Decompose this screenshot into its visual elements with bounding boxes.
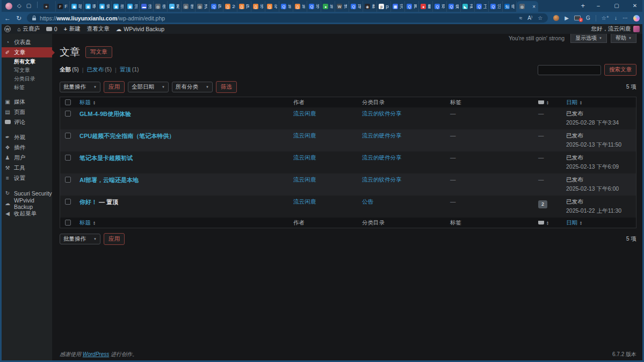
browser-tab[interactable]: Q城 (279, 1, 293, 12)
site-name-menu[interactable]: ⌂云鹿庐 (17, 25, 40, 33)
sidebar-item-tools[interactable]: ⚒工具 (0, 163, 52, 173)
bulk-actions-select-bottom[interactable]: 批量操作▼ (60, 234, 100, 244)
browser-tab[interactable]: ▦完 (391, 1, 405, 12)
browser-tab[interactable]: ppic (377, 1, 391, 12)
row-checkbox[interactable] (65, 133, 71, 139)
author-link[interactable]: 流云闲鹿 (293, 110, 316, 117)
bulk-actions-select[interactable]: 批量操作▼ (60, 82, 100, 92)
sidebar-subitem[interactable]: 标签 (0, 83, 52, 92)
row-checkbox[interactable] (65, 155, 71, 161)
view-all-link[interactable]: 全部(5) (60, 66, 79, 74)
extension-g-icon[interactable]: G (586, 15, 590, 21)
browser-essentials-icon[interactable]: ≈ (519, 15, 523, 21)
screenshot-extension-icon[interactable]: 2 (574, 16, 581, 20)
browser-tab[interactable]: ◍页 (196, 1, 209, 12)
browser-tab[interactable]: Q瑞 (349, 1, 363, 12)
row-checkbox[interactable] (65, 111, 71, 117)
browser-tab[interactable]: Q双 (433, 1, 447, 12)
browser-tab[interactable]: ▣挪 (112, 1, 126, 12)
close-button[interactable]: ✕ (626, 0, 644, 12)
browser-tab[interactable]: ◍凿 (182, 1, 196, 12)
favorite-star-icon[interactable]: ☆ (538, 15, 542, 21)
browser-tab[interactable]: ◍微 (154, 1, 168, 12)
apply-button[interactable]: 应用 (104, 81, 125, 93)
browser-tab[interactable]: ✦ (42, 1, 56, 12)
refresh-icon[interactable]: ↻ (16, 15, 21, 22)
sidebar-item-pages[interactable]: ▤页面 (0, 107, 52, 117)
view-sticky-link[interactable]: 置顶(1) (120, 66, 139, 74)
browser-tab[interactable]: ▣漂 (126, 1, 140, 12)
row-checkbox[interactable] (65, 199, 71, 205)
collections-icon[interactable]: ☆⁺ (602, 15, 609, 21)
screen-options-tab[interactable]: 显示选项▼ (570, 34, 607, 43)
post-title-link[interactable]: GLM-4-9B使用体验 (79, 111, 131, 117)
browser-tab[interactable]: Q注 (489, 1, 503, 12)
browser-tab[interactable]: ▣喵 (70, 1, 84, 12)
column-date[interactable]: 日期▲▼ (562, 99, 636, 106)
browser-tab[interactable]: {}埃 (251, 1, 265, 12)
apply-button-bottom[interactable]: 应用 (104, 233, 125, 245)
author-link[interactable]: 流云闲鹿 (293, 198, 316, 205)
browser-tab[interactable]: Q卫 (475, 1, 489, 12)
browser-tab[interactable]: ◣高 (461, 1, 475, 12)
comment-count-badge[interactable]: 2 (538, 200, 547, 208)
browser-tab[interactable]: FFat (56, 1, 70, 12)
sidebar-item-plugins[interactable]: ❖插件 (0, 142, 52, 153)
post-title-link[interactable]: 笔记本显卡超频初试 (79, 155, 133, 161)
search-posts-input[interactable] (538, 65, 601, 75)
post-title-link[interactable]: CPU超频不完全指南（笔记本特供） (79, 133, 175, 139)
search-posts-button[interactable]: 搜索文章 (604, 64, 636, 76)
browser-tab[interactable]: {}阿 (237, 1, 251, 12)
new-tab-button[interactable]: + (576, 0, 589, 12)
post-title-link[interactable]: AI部署，云端还是本地 (79, 177, 139, 183)
row-checkbox[interactable] (65, 177, 71, 183)
help-tab[interactable]: 帮助▼ (611, 34, 636, 43)
add-new-post-button[interactable]: 写文章 (85, 46, 112, 58)
wp-logo-menu[interactable]: W (4, 26, 11, 32)
sidebar-item-appearance[interactable]: ✒外观 (0, 132, 52, 142)
browser-tab[interactable]: ☁彩 (168, 1, 182, 12)
category-link[interactable]: 流云的硬件分享 (362, 154, 402, 161)
url-text[interactable]: https://www.liuyunxianlu.com/wp-admin/ed… (40, 15, 516, 21)
column-comments[interactable]: ▲▼ (534, 100, 562, 105)
category-link[interactable]: 流云的硬件分享 (362, 132, 402, 139)
category-link[interactable]: 公告 (362, 198, 373, 205)
sidebar-item-media[interactable]: ▣媒体 (0, 97, 52, 107)
tab-actions-icon[interactable]: ▢ (26, 0, 31, 12)
new-content-menu[interactable]: +新建 (64, 25, 81, 33)
browser-tab[interactable]: {}20 (223, 1, 237, 12)
browser-tab[interactable]: Q埃 (307, 1, 321, 12)
wpvivid-menu[interactable]: ☁WPvivid Backup (116, 26, 164, 32)
lock-icon[interactable] (32, 18, 36, 20)
browser-tab[interactable]: ●麒 (419, 1, 433, 12)
sidebar-item-settings[interactable]: ≡设置 (0, 173, 52, 183)
sidebar-item-collapse[interactable]: ◀收起菜单 (0, 208, 52, 219)
sidebar-subitem[interactable]: 分类目录 (0, 75, 52, 83)
address-bar[interactable]: https://www.liuyunxianlu.com/wp-admin/ed… (27, 13, 548, 23)
wordpress-link[interactable]: WordPress (83, 351, 109, 357)
browser-profile-avatar[interactable] (5, 3, 12, 10)
browser-tab[interactable]: Q爆 (447, 1, 461, 12)
extension-avatar-icon[interactable] (553, 15, 559, 21)
column-title[interactable]: 标题▲▼ (75, 99, 289, 106)
tab-close-icon[interactable]: × (532, 4, 536, 10)
more-options-icon[interactable]: ⋯ (623, 15, 628, 21)
minimize-button[interactable]: – (589, 0, 607, 12)
read-aloud-icon[interactable]: A⁾ (527, 15, 532, 21)
extension-play-icon[interactable]: ▶ (565, 15, 569, 21)
sidebar-item-wpvivid[interactable]: ☁WPvivid Backup (0, 198, 52, 208)
author-link[interactable]: 流云闲鹿 (293, 154, 316, 161)
browser-tab[interactable]: {}城 (293, 1, 307, 12)
categories-filter-select[interactable]: 所有分类▼ (172, 82, 213, 92)
dates-filter-select[interactable]: 全部日期▼ (128, 82, 169, 92)
browser-tab[interactable]: ▣鄉 (98, 1, 112, 12)
browser-tab-active[interactable]: ◍× (517, 1, 538, 12)
comments-menu[interactable]: 0 (46, 26, 57, 32)
select-all-checkbox[interactable] (65, 220, 71, 226)
author-link[interactable]: 流云闲鹿 (293, 176, 316, 183)
sidebar-subitem[interactable]: 所有文章 (0, 57, 52, 66)
sidebar-item-comments[interactable]: 评论 (0, 117, 52, 127)
browser-tab[interactable]: ▣啊 (84, 1, 98, 12)
view-published-link[interactable]: 已发布(5) (87, 66, 112, 74)
filter-button[interactable]: 筛选 (216, 81, 237, 93)
